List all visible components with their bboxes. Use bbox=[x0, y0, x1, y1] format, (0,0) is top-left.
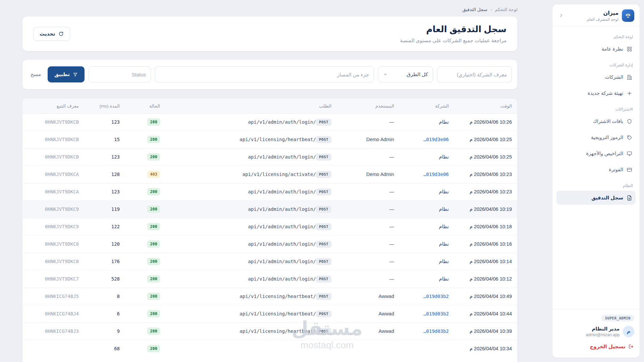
cell-request: POSTapi/v1/admin/auth/login/ bbox=[165, 270, 337, 288]
method-badge: POST bbox=[316, 223, 331, 230]
request-path: api/v1/licensing/activate/ bbox=[243, 172, 316, 177]
cell-company: نظام bbox=[399, 113, 454, 131]
cell-duration: 123 bbox=[84, 113, 125, 131]
company-id-link[interactable]: …019d03b2 bbox=[423, 311, 449, 316]
table-row[interactable]: 10:18 2026/04/06 منظام—POSTapi/v1/admin/… bbox=[22, 218, 517, 235]
cell-request: POSTapi/v1/admin/auth/login/ bbox=[165, 253, 337, 270]
cell-trace-id: 0HNKJVT9DKCA bbox=[22, 166, 84, 183]
company-id-link[interactable]: …019d3e06 bbox=[423, 137, 449, 142]
sidebar-item-subscription-plans[interactable]: باقات الاشتراك bbox=[556, 114, 636, 128]
method-select-value: كل الطرق bbox=[407, 71, 428, 77]
method-select[interactable]: كل الطرق bbox=[378, 66, 433, 82]
status-input[interactable] bbox=[89, 66, 151, 82]
status-badge: 200 bbox=[147, 188, 160, 195]
cell-time: 10:34 2026/04/04 م bbox=[454, 340, 517, 357]
breadcrumb: لوحة التحكم ‹ سجل التدقيق bbox=[22, 6, 518, 13]
sidebar-collapse-button[interactable] bbox=[558, 12, 564, 19]
request-path: api/v1/admin/auth/login/ bbox=[248, 276, 316, 282]
cell-status: 200 bbox=[125, 131, 165, 148]
company-id-input[interactable] bbox=[437, 66, 512, 82]
path-input[interactable] bbox=[155, 66, 374, 82]
table-row[interactable]: 10:44 2026/04/04 م…019d03b2AwwadPOSTapi/… bbox=[22, 305, 517, 322]
tag-icon bbox=[627, 135, 632, 140]
table-row[interactable]: 10:49 2026/04/04 م…019d03b2AwwadPOSTapi/… bbox=[22, 288, 517, 305]
sidebar-item-audit-log[interactable]: سجل التدقيق bbox=[556, 191, 636, 205]
company-id-link[interactable]: …019d03b2 bbox=[423, 294, 449, 299]
cell-trace-id: 0HNKICG74BJ4 bbox=[22, 305, 84, 322]
app-logo-icon bbox=[622, 9, 634, 22]
cell-request: POSTapi/v1/licensing/heartbeat/ bbox=[165, 131, 337, 148]
method-badge: POST bbox=[316, 119, 331, 126]
status-badge: 200 bbox=[147, 327, 160, 335]
cell-status: 200 bbox=[125, 148, 165, 166]
company-id-link[interactable]: …019d3e06 bbox=[423, 172, 449, 177]
logout-button[interactable]: تسجيل الخروج bbox=[589, 342, 634, 351]
cell-status: 200 bbox=[125, 288, 165, 305]
company-id-link[interactable]: …019d03b2 bbox=[423, 328, 449, 334]
sidebar-item-overview[interactable]: نظرة عامة bbox=[556, 42, 636, 56]
table-row[interactable]: 10:25 2026/04/06 م…019d3e06Demo AdminPOS… bbox=[22, 131, 517, 148]
sidebar-item-companies[interactable]: الشركات bbox=[556, 70, 636, 84]
cell-user: Awwad bbox=[337, 305, 399, 322]
cell-trace-id: 0HNKJVT9DKC9 bbox=[22, 218, 84, 235]
breadcrumb-parent[interactable]: لوحة التحكم bbox=[495, 7, 518, 12]
status-badge: 403 bbox=[147, 171, 160, 178]
method-badge: POST bbox=[316, 136, 331, 143]
refresh-icon bbox=[58, 31, 64, 37]
cell-company: نظام bbox=[399, 148, 454, 166]
method-badge: POST bbox=[316, 328, 331, 335]
cell-status: 200 bbox=[125, 340, 165, 357]
cell-time: 10:25 2026/04/06 م bbox=[454, 148, 517, 166]
table-row[interactable]: 10:26 2026/04/06 منظام—POSTapi/v1/admin/… bbox=[22, 113, 517, 131]
cell-trace-id: 0HNKJVT9DKC7 bbox=[22, 270, 84, 288]
cell-company: نظام bbox=[399, 183, 454, 200]
refresh-label: تحديث bbox=[40, 31, 55, 37]
cell-time: 10:19 2026/04/06 م bbox=[454, 200, 517, 218]
refresh-button[interactable]: تحديث bbox=[33, 27, 70, 41]
cell-user: — bbox=[337, 200, 399, 218]
method-badge: POST bbox=[316, 188, 331, 195]
cell-user bbox=[337, 340, 399, 357]
sidebar-item-new-company[interactable]: تهيئة شركة جديدة bbox=[556, 86, 636, 100]
table-row[interactable]: 10:25 2026/04/06 منظام—POSTapi/v1/admin/… bbox=[22, 148, 517, 166]
sidebar-item-billing[interactable]: الفوترة bbox=[556, 163, 636, 177]
clear-filter-button[interactable]: مسح bbox=[28, 71, 44, 77]
cell-trace-id: 0HNKICG74BJ5 bbox=[22, 288, 84, 305]
page-header-text: سجل التدقيق العام مراجعة عمليات جميع الش… bbox=[400, 24, 506, 44]
table-row[interactable]: 10:23 2026/04/06 م…019d3e06Demo AdminPOS… bbox=[22, 166, 517, 183]
table-row[interactable]: 10:19 2026/04/06 منظام—POSTapi/v1/admin/… bbox=[22, 200, 517, 218]
request-path: api/v1/admin/auth/login/ bbox=[248, 241, 316, 247]
table-row[interactable]: 10:39 2026/04/04 م…019d03b2AwwadPOSTapi/… bbox=[22, 322, 517, 340]
cell-request: POSTapi/v1/admin/auth/login/ bbox=[165, 235, 337, 253]
shield-icon bbox=[627, 119, 632, 124]
user-row: م مدير النظام admin@mizan.app bbox=[558, 326, 634, 337]
sidebar-item-promo-codes[interactable]: الرموز الترويجية bbox=[556, 130, 636, 144]
page: ميزان لوحة المشرف العام لوحة التحكمنظرة … bbox=[0, 0, 644, 362]
column-header: الشركة bbox=[399, 99, 454, 113]
status-badge: 200 bbox=[147, 293, 160, 300]
table-row[interactable]: 10:14 2026/04/06 منظام—POSTapi/v1/admin/… bbox=[22, 253, 517, 270]
table-row[interactable]: 10:12 2026/04/06 منظام—POSTapi/v1/admin/… bbox=[22, 270, 517, 288]
method-badge: POST bbox=[316, 293, 331, 300]
table-row[interactable]: 10:34 2026/04/04 م20068 bbox=[22, 340, 517, 357]
sidebar-item-licenses-devices[interactable]: التراخيص والأجهزة bbox=[556, 146, 636, 161]
method-badge: POST bbox=[316, 241, 331, 248]
table-row[interactable]: 10:16 2026/04/06 منظام—POSTapi/v1/admin/… bbox=[22, 235, 517, 253]
sidebar-item-label: الشركات bbox=[605, 74, 623, 80]
cell-duration: 123 bbox=[84, 183, 125, 200]
cell-status: 200 bbox=[125, 235, 165, 253]
cell-time: 10:26 2026/04/06 م bbox=[454, 113, 517, 131]
cell-request bbox=[165, 340, 337, 357]
cell-user: Awwad bbox=[337, 322, 399, 340]
apply-filter-button[interactable]: تطبيق bbox=[48, 66, 85, 82]
cell-user: — bbox=[337, 148, 399, 166]
cell-company: نظام bbox=[399, 270, 454, 288]
cell-company: …019d03b2 bbox=[399, 288, 454, 305]
table-row[interactable]: 10:23 2026/04/06 منظام—POSTapi/v1/admin/… bbox=[22, 183, 517, 200]
cell-time: 10:16 2026/04/06 م bbox=[454, 235, 517, 253]
cell-trace-id: 0HNKJVT9DKC8 bbox=[22, 235, 84, 253]
cell-time: 10:18 2026/04/06 م bbox=[454, 218, 517, 235]
table-header-row: الوقتالشركةالمستخدمالطلبالحالةالمدة (ms)… bbox=[22, 99, 517, 113]
cell-duration: 15 bbox=[84, 131, 125, 148]
cell-status: 200 bbox=[125, 218, 165, 235]
